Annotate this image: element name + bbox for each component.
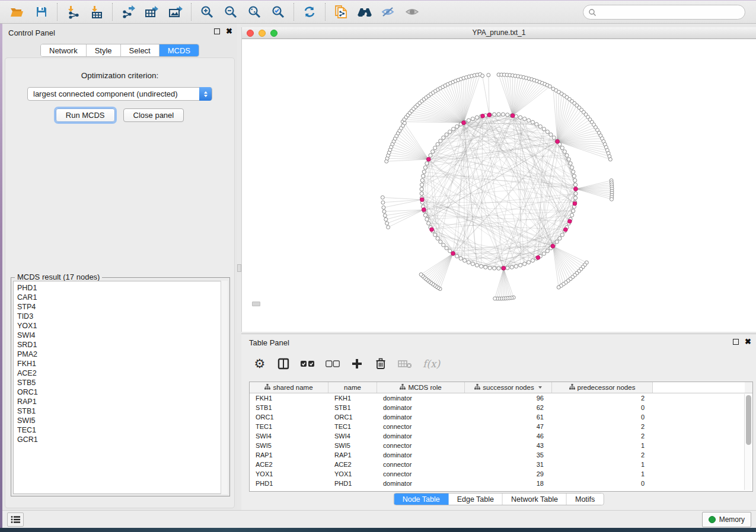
graph-node[interactable]: [439, 139, 442, 143]
zoom-selected-icon[interactable]: [266, 2, 290, 22]
mcds-result-item[interactable]: FKH1: [14, 359, 227, 368]
close-panel-icon[interactable]: ✖: [226, 28, 232, 34]
graph-node[interactable]: [475, 116, 479, 119]
search-input[interactable]: [599, 8, 736, 17]
network-graph[interactable]: [242, 39, 755, 331]
panel-divider-grip[interactable]: [237, 264, 241, 272]
graph-node[interactable]: [572, 209, 575, 213]
graph-node[interactable]: [565, 153, 569, 157]
graph-leaf-node[interactable]: [381, 201, 385, 204]
graph-leaf-node[interactable]: [481, 74, 484, 78]
graph-node[interactable]: [527, 118, 531, 122]
mcds-result-item[interactable]: YOX1: [14, 321, 227, 331]
column-header-MCDS-role[interactable]: MCDS role: [377, 382, 465, 393]
tab-network-table[interactable]: Network Table: [503, 493, 567, 505]
graph-node[interactable]: [467, 118, 470, 122]
table-scrollbar-thumb[interactable]: [746, 395, 751, 445]
graph-node[interactable]: [433, 233, 437, 236]
table-row[interactable]: SWI5SWI5connector431: [250, 441, 752, 450]
graph-node[interactable]: [563, 150, 566, 153]
mcds-result-item[interactable]: CAR1: [14, 293, 227, 302]
graph-mcds-hub-node[interactable]: [511, 114, 515, 118]
mcds-result-item[interactable]: PMA2: [14, 350, 227, 359]
graph-node[interactable]: [567, 158, 570, 161]
table-row[interactable]: SWI4SWI4dominator462: [250, 431, 752, 441]
mcds-result-item[interactable]: ACE2: [14, 368, 227, 378]
graph-node[interactable]: [501, 113, 505, 116]
zoom-out-icon[interactable]: [219, 2, 243, 22]
graph-node[interactable]: [459, 257, 462, 260]
graph-node[interactable]: [573, 196, 577, 200]
mcds-result-item[interactable]: STB1: [14, 406, 227, 416]
network-document-icon[interactable]: [329, 2, 353, 22]
graph-node[interactable]: [497, 113, 500, 116]
column-header-name[interactable]: name: [328, 382, 377, 393]
graph-leaf-node[interactable]: [383, 214, 387, 217]
graph-mcds-hub-node[interactable]: [551, 244, 555, 248]
optimization-criterion-select[interactable]: largest connected component (undirected): [27, 87, 212, 101]
graph-node[interactable]: [442, 136, 445, 139]
import-table-icon[interactable]: [85, 2, 109, 22]
graph-mcds-hub-node[interactable]: [487, 113, 492, 117]
graph-mcds-hub-node[interactable]: [481, 114, 485, 118]
graph-mcds-hub-node[interactable]: [502, 266, 506, 270]
add-column-icon[interactable]: [350, 356, 363, 371]
tab-network[interactable]: Network: [41, 44, 87, 56]
graph-node[interactable]: [572, 174, 576, 178]
zoom-fit-icon[interactable]: [243, 2, 266, 22]
column-header-predecessor-nodes[interactable]: predecessor nodes: [552, 382, 653, 393]
tab-motifs[interactable]: Motifs: [567, 493, 603, 505]
graph-leaf-node[interactable]: [557, 286, 560, 289]
graph-node[interactable]: [484, 265, 487, 269]
graph-node[interactable]: [535, 123, 538, 126]
tab-style[interactable]: Style: [87, 44, 121, 56]
graph-mcds-hub-node[interactable]: [536, 255, 540, 259]
graph-node[interactable]: [506, 113, 509, 117]
graph-leaf-node[interactable]: [385, 222, 389, 225]
graph-node[interactable]: [439, 240, 442, 243]
graph-node[interactable]: [436, 236, 439, 240]
graph-node[interactable]: [423, 213, 427, 217]
graph-node[interactable]: [427, 222, 430, 225]
table-row[interactable]: ACE2ACE2connector311: [250, 460, 752, 469]
mcds-result-item[interactable]: SWI5: [14, 416, 227, 425]
hide-selected-icon[interactable]: [377, 2, 400, 22]
graph-node[interactable]: [488, 266, 492, 270]
delete-column-icon[interactable]: [374, 356, 387, 371]
graph-node[interactable]: [455, 254, 459, 258]
mcds-result-item[interactable]: GCR1: [14, 435, 227, 444]
graph-node[interactable]: [519, 116, 522, 119]
mcds-result-item[interactable]: STB5: [14, 378, 227, 387]
graph-node[interactable]: [445, 133, 448, 136]
graph-node[interactable]: [527, 261, 531, 264]
graph-mcds-hub-node[interactable]: [574, 187, 578, 191]
split-panel-icon[interactable]: [277, 356, 290, 371]
graph-node[interactable]: [471, 117, 474, 121]
mcds-result-item[interactable]: PHD1: [14, 283, 227, 293]
settings-icon[interactable]: ⚙: [253, 356, 266, 371]
graph-node[interactable]: [442, 243, 445, 247]
graph-node[interactable]: [523, 117, 527, 121]
graph-node[interactable]: [514, 265, 518, 268]
graph-node[interactable]: [475, 264, 479, 267]
graph-mcds-hub-node[interactable]: [462, 121, 466, 125]
split-pane-grip[interactable]: [252, 302, 260, 306]
graph-mcds-hub-node[interactable]: [426, 158, 430, 162]
graph-node[interactable]: [455, 125, 459, 129]
mcds-result-item[interactable]: SRD1: [14, 340, 227, 350]
graph-node[interactable]: [569, 162, 572, 165]
mcds-result-item[interactable]: RAP1: [14, 397, 227, 406]
mcds-result-scrollbar[interactable]: [221, 281, 228, 494]
table-row[interactable]: TEC1TEC1connector472: [250, 422, 752, 431]
graph-mcds-hub-node[interactable]: [573, 201, 577, 206]
graph-leaf-node[interactable]: [387, 226, 390, 229]
graph-node[interactable]: [574, 192, 578, 196]
graph-node[interactable]: [425, 162, 429, 165]
graph-leaf-node[interactable]: [610, 197, 614, 201]
graph-node[interactable]: [436, 143, 439, 146]
graph-node[interactable]: [445, 246, 448, 250]
show-selected-icon[interactable]: [400, 2, 424, 22]
tab-edge-table[interactable]: Edge Table: [449, 493, 503, 505]
graph-node[interactable]: [463, 259, 467, 262]
graph-mcds-hub-node[interactable]: [430, 227, 434, 232]
